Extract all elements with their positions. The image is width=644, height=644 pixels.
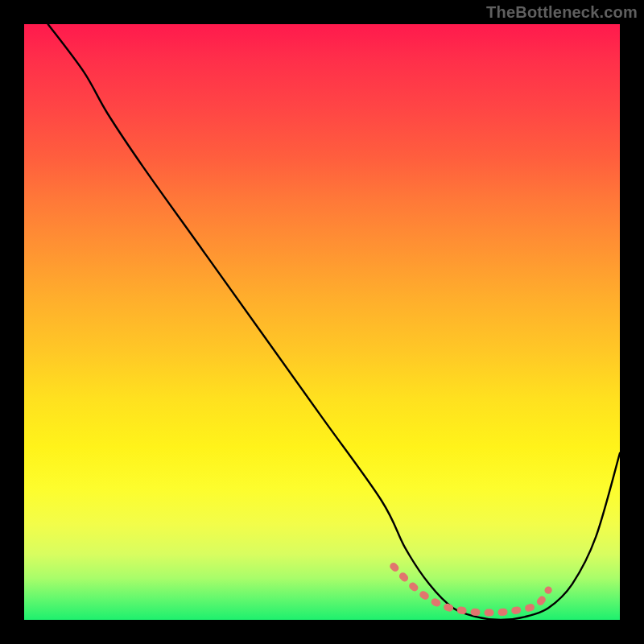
chart-frame: TheBottleneck.com [0, 0, 644, 644]
watermark-text: TheBottleneck.com [486, 3, 638, 22]
chart-svg [24, 24, 620, 620]
optimal-zone-marker-path [394, 566, 548, 613]
bottleneck-curve-path [48, 24, 620, 620]
chart-plot-area [24, 24, 620, 620]
